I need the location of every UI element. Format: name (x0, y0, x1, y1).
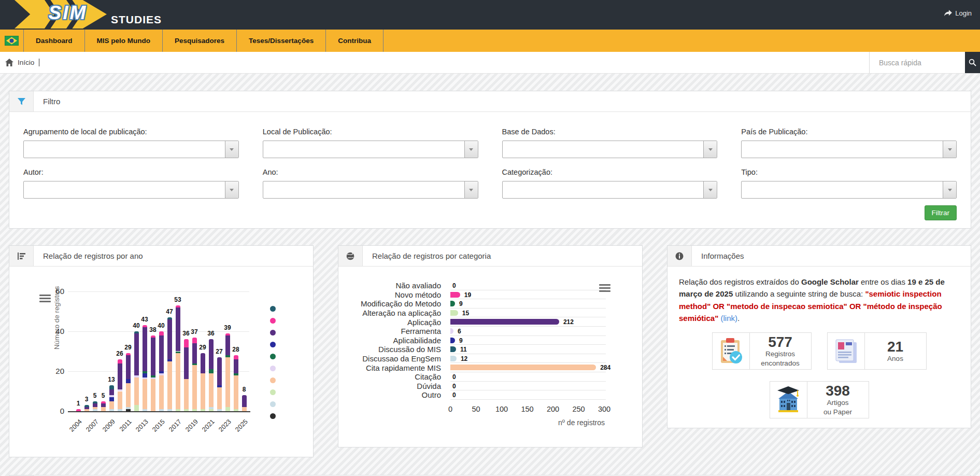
category-label: Discussão do MIS (338, 345, 450, 354)
category-row: Alteração na aplicação15 (338, 309, 642, 318)
breadcrumb[interactable]: Início (0, 59, 39, 66)
info-panel-title: Informações (692, 251, 744, 260)
bar-segment (118, 389, 122, 391)
login-button[interactable]: Login (944, 9, 972, 17)
bar-segment (126, 379, 131, 383)
bar-segment (118, 363, 122, 389)
quick-search (869, 52, 980, 73)
yearly-chart-title: Relação de registros por ano (34, 251, 143, 260)
stat-label: Registrosencontrados (761, 349, 799, 368)
bar-segment (209, 409, 214, 411)
categorizacao-select[interactable] (502, 181, 718, 199)
chevron-down-icon[interactable] (225, 181, 238, 198)
info-description: Relação dos registros extraídos do Googl… (679, 276, 959, 324)
nav-item-contribua[interactable]: Contribua (326, 30, 384, 52)
legend-dot-green[interactable] (270, 354, 276, 359)
category-bar-zone: 9 (450, 299, 606, 309)
bar-segment (151, 379, 155, 411)
bar-segment (167, 317, 172, 319)
filter-panel: Filtro Agrupamento de local de publicaçã… (9, 91, 971, 229)
nav-item-teses-dissertacoes[interactable]: Teses/Dissertações (237, 30, 326, 52)
info-text-part: entre os dias (859, 277, 907, 286)
category-value-label: 0 (452, 391, 456, 399)
legend-dot-purple[interactable] (270, 330, 276, 335)
language-brazil-button[interactable] (0, 30, 24, 52)
filtrar-button[interactable]: Filtrar (925, 205, 957, 220)
university-icon (770, 382, 807, 418)
pais-publicacao-select[interactable] (741, 141, 957, 158)
autor-select[interactable] (23, 181, 239, 199)
bar-chart-icon (18, 253, 25, 260)
chevron-down-icon[interactable] (464, 141, 478, 158)
legend-dot-lavender[interactable] (270, 366, 276, 371)
legend-dot-black[interactable] (270, 413, 276, 419)
filter-label: Autor: (23, 168, 239, 176)
bar-segment (201, 373, 205, 409)
stat-label: Artigosou Paper (823, 398, 852, 416)
chevron-down-icon[interactable] (943, 181, 956, 198)
login-arrow-icon (944, 10, 952, 17)
bar-segment (217, 385, 222, 387)
bar-segment (167, 409, 172, 411)
category-chart-icon-cell (338, 246, 363, 266)
login-label: Login (955, 9, 972, 17)
bar-segment (192, 338, 197, 344)
category-value-label: 6 (458, 328, 461, 335)
nav-item-mis-pelo-mundo[interactable]: MIS pelo Mundo (85, 30, 163, 52)
ano-select[interactable] (263, 181, 478, 199)
bar-segment (234, 359, 238, 373)
x-tick-label: 100 (491, 405, 512, 413)
bar-segment (201, 409, 205, 411)
chevron-down-icon[interactable] (943, 141, 956, 158)
category-label: Não avaliado (338, 281, 450, 290)
bar-segment (159, 375, 164, 409)
legend-dot-peach[interactable] (270, 377, 276, 383)
bar-segment (159, 373, 164, 375)
search-button[interactable] (965, 52, 980, 73)
app-logo[interactable]: SIM STUDIES (15, 0, 170, 30)
category-row: Citação0 (338, 372, 642, 382)
bar-segment (126, 383, 131, 407)
tipo-select[interactable] (741, 181, 957, 199)
bar-segment (151, 335, 155, 338)
bar-segment (217, 387, 222, 409)
bar-total-label: 53 (170, 296, 186, 303)
local-publicacao-select[interactable] (263, 141, 478, 158)
chevron-down-icon[interactable] (703, 141, 717, 158)
yearly-chart-header: Relação de registros por ano (9, 246, 313, 267)
breadcrumb-home-label: Início (18, 59, 34, 66)
bar-segment (184, 409, 189, 411)
category-label: Novo método (338, 290, 450, 299)
bar-segment (225, 333, 230, 335)
filter-label: Base de Dados: (502, 128, 718, 136)
agrupamento-select[interactable] (23, 141, 239, 158)
stat-registros: 577 Registrosencontrados (712, 332, 812, 370)
x-tick-label: 150 (517, 405, 538, 413)
chevron-down-icon[interactable] (225, 141, 238, 158)
category-bar (450, 356, 457, 361)
quick-search-input[interactable] (869, 52, 965, 73)
stats-row-2: 398 Artigosou Paper (679, 381, 959, 418)
chevron-down-icon[interactable] (464, 181, 478, 198)
category-value-label: 9 (459, 337, 463, 344)
search-string-link[interactable]: (link) (720, 314, 737, 323)
base-dados-select[interactable] (502, 141, 718, 158)
bar-total-label: 5 (95, 392, 111, 399)
category-bar-zone: 9 (450, 336, 606, 345)
bar-segment (143, 409, 147, 411)
legend-dot-teal[interactable] (270, 306, 276, 312)
chevron-down-icon[interactable] (703, 181, 717, 198)
nav-item-dashboard[interactable]: Dashboard (24, 30, 85, 52)
category-label: Aplicação (338, 318, 450, 327)
legend-dot-light_blue[interactable] (270, 401, 276, 407)
legend-dot-light_green[interactable] (270, 389, 276, 395)
legend-dot-pink[interactable] (270, 318, 276, 324)
category-chart-xlabel: nº de registros (558, 418, 605, 427)
bar-segment (143, 371, 147, 373)
chart-menu-icon[interactable] (39, 295, 51, 304)
legend-dot-navy[interactable] (270, 342, 276, 347)
filter-field-base: Base de Dados: (502, 128, 718, 158)
bar-segment (209, 373, 214, 407)
filter-label: Ano: (263, 168, 478, 176)
nav-item-pesquisadores[interactable]: Pesquisadores (163, 30, 237, 52)
